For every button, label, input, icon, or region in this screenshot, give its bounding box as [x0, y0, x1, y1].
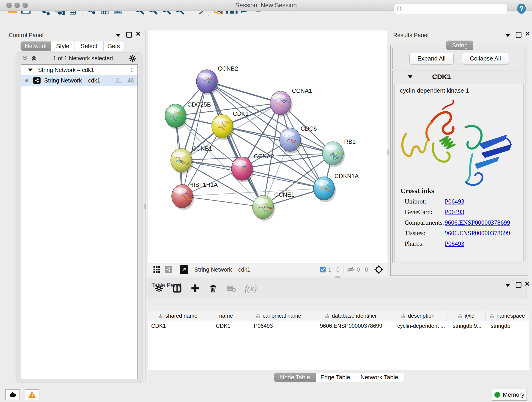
crosslink-link[interactable]: 9606.ENSP00000378699 [445, 219, 510, 226]
network-options-gear-icon[interactable] [128, 54, 137, 62]
crosslink-link[interactable]: P06493 [445, 240, 464, 247]
network-node-RB1[interactable]: RB1 [322, 138, 356, 167]
hidden-nodes-icon[interactable] [347, 266, 355, 274]
results-panel-close-icon[interactable]: ✕ [525, 32, 530, 36]
column-header[interactable]: name [208, 311, 244, 321]
results-panel-float-icon[interactable] [516, 32, 521, 38]
add-column-icon[interactable] [191, 284, 200, 293]
svg-text:?: ? [519, 5, 524, 13]
network-view-type-icon[interactable] [165, 266, 172, 273]
node-label: CDKN1A [335, 172, 359, 179]
protein-section: CDK1 cyclin-dependent kinase 1 [393, 70, 526, 263]
network-node-CDK1[interactable]: CDK1 [212, 110, 249, 140]
column-header[interactable]: @id [447, 311, 486, 321]
function-builder-icon: f(x) [245, 283, 257, 293]
network-edge [242, 169, 324, 188]
grid-view-icon[interactable] [153, 266, 161, 274]
collapse-all-button[interactable]: Collapse All [462, 53, 509, 64]
node-label: CCNA2 [254, 153, 274, 160]
column-header[interactable]: canonical name [244, 311, 313, 321]
collapse-all-icon[interactable] [22, 55, 29, 62]
network-edge [182, 81, 207, 196]
expand-all-button[interactable]: Expand All [409, 53, 454, 64]
section-expander-icon[interactable] [408, 75, 412, 78]
control-panel-tabs: Network Style Select Sets [21, 41, 124, 51]
table-panel: Table Panel ✕ f(x) shared name name cano… [146, 278, 532, 384]
control-panel-title: Control Panel [9, 32, 43, 38]
cell-name: CDK1 [208, 323, 244, 329]
warning-status-button[interactable] [25, 389, 39, 400]
cloud-status-button[interactable] [5, 389, 20, 400]
table-tabs: Node Table Edge Table Network Table [274, 373, 404, 382]
network-row[interactable]: String Network – cdk1 11 48 [21, 75, 138, 86]
node-label: CCNB2 [218, 65, 238, 72]
control-panel-menu-icon[interactable] [116, 34, 121, 37]
node-label: CDC6 [301, 125, 317, 132]
navbar-separator [176, 265, 176, 274]
column-header[interactable]: database identifier [313, 311, 389, 321]
node-label: CCNA1 [292, 87, 312, 94]
crosslink-link[interactable]: P06493 [445, 198, 464, 205]
results-panel: Results Panel ✕ String Expand All Collap… [389, 31, 530, 277]
crosslink-link[interactable]: 9606.ENSP00000378699 [445, 230, 510, 237]
collection-expander-icon[interactable] [28, 69, 32, 71]
network-label: String Network – cdk1 [44, 77, 100, 84]
tab-network-table[interactable]: Network Table [355, 373, 404, 382]
tab-sets[interactable]: Sets [104, 41, 124, 51]
column-header[interactable]: namespace [486, 311, 529, 321]
expand-all-icon[interactable] [31, 55, 37, 62]
memory-button[interactable]: Memory [492, 389, 527, 401]
help-icon[interactable]: ? [516, 3, 527, 15]
table-panel-menu-icon[interactable] [505, 284, 510, 287]
network-canvas[interactable]: CCNB2CCNA1CDC25BCDK1CDC6RB1CCNB1CCNA2CDK… [148, 31, 387, 263]
detach-view-icon[interactable] [180, 265, 188, 274]
search-input[interactable] [403, 6, 500, 12]
protein-section-header[interactable]: CDK1 [393, 71, 526, 83]
tab-string[interactable]: String [446, 41, 473, 50]
control-panel: Control Panel ✕ Network Style Select Set… [2, 31, 144, 382]
column-header[interactable]: description [389, 311, 447, 321]
table-toolbar: f(x) [146, 278, 527, 299]
column-header[interactable]: shared name [148, 311, 208, 321]
tab-node-table[interactable]: Node Table [274, 373, 316, 382]
node-label: RB1 [344, 138, 356, 145]
results-panel-menu-icon[interactable] [505, 34, 510, 37]
network-view-toolbar: String Network – cdk1 1 - 0 0 - 0 [148, 263, 387, 276]
network-node-CCNE1[interactable]: CCNE1 [253, 191, 294, 221]
memory-status-icon [494, 392, 500, 398]
network-node-CCNB1[interactable]: CCNB1 [171, 145, 212, 174]
control-panel-float-icon[interactable] [126, 32, 132, 38]
tab-style[interactable]: Style [51, 41, 75, 51]
network-collection-row[interactable]: String Network – cdk1 1 [21, 65, 138, 75]
selected-nodes-icon[interactable] [319, 266, 326, 273]
network-node-CDKN1A[interactable]: CDKN1A [313, 172, 359, 202]
table-row[interactable]: CDK1 CDK1 P06493 9606.ENSP00000378699 cy… [148, 321, 529, 331]
tab-edge-table[interactable]: Edge Table [316, 373, 355, 382]
tab-network[interactable]: Network [21, 41, 51, 51]
results-panel-title: Results Panel [393, 32, 428, 38]
network-type-icon [33, 77, 41, 84]
table-header-row: shared name name canonical name database… [148, 311, 529, 321]
memory-label: Memory [503, 391, 525, 398]
network-node-CCNA1[interactable]: CCNA1 [270, 87, 312, 117]
cell-canonical-name: P06493 [244, 323, 313, 329]
crosslink-row: Tissues: 9606.ENSP00000378699 [400, 230, 523, 237]
network-selection-bar: 1 of 1 Network selected [16, 52, 142, 64]
crosslink-link[interactable]: P06493 [445, 208, 464, 216]
control-panel-close-icon[interactable]: ✕ [135, 32, 141, 36]
search-box[interactable] [394, 4, 507, 14]
cell-description: cyclin-dependent ... [389, 323, 447, 329]
table-panel-float-icon[interactable] [516, 282, 521, 288]
delete-column-icon[interactable] [209, 284, 218, 293]
node-label: HIST1H1A [189, 181, 218, 188]
network-selection-summary: 1 of 1 Network selected [37, 55, 128, 62]
birds-eye-view-icon[interactable] [374, 265, 383, 274]
network-node-CDC6[interactable]: CDC6 [279, 125, 317, 153]
control-splitter-handle[interactable] [144, 204, 146, 210]
crosslink-label: GeneCard: [400, 208, 445, 216]
crosslink-label: Tissues: [400, 230, 445, 237]
status-bar: Memory [0, 387, 532, 402]
tab-select[interactable]: Select [75, 41, 104, 51]
table-panel-close-icon[interactable]: ✕ [525, 282, 530, 286]
node-label: CCNB1 [192, 145, 212, 152]
